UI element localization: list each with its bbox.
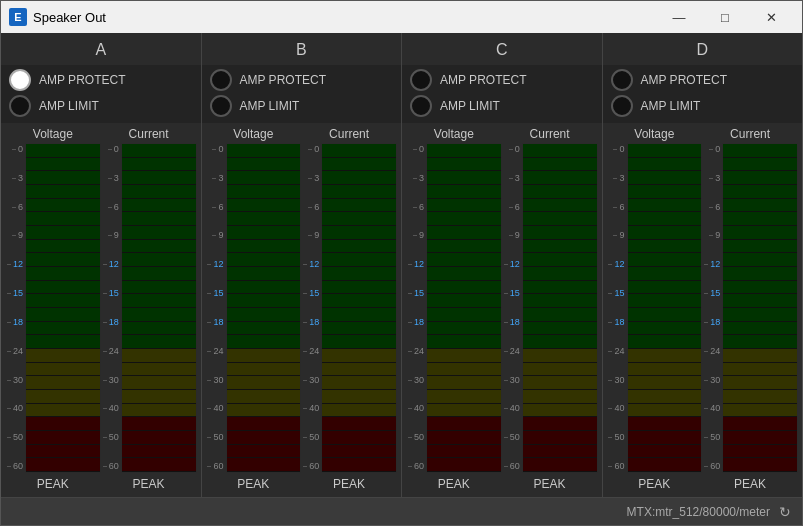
channel-B-current-scale: 03691215182430405060 xyxy=(301,143,321,473)
channel-B: BAMP PROTECTAMP LIMITVoltage036912151824… xyxy=(202,33,403,497)
channel-D-voltage-bar-wrapper: 03691215182430405060 xyxy=(607,143,703,473)
channel-A-indicators: AMP PROTECTAMP LIMIT xyxy=(1,65,201,123)
channel-D-meters: Voltage03691215182430405060PEAKCurrent03… xyxy=(603,123,803,497)
scale-tick: 6 xyxy=(212,203,223,212)
scale-tick: 12 xyxy=(504,260,520,269)
scale-tick: 3 xyxy=(108,174,119,183)
scale-tick: 0 xyxy=(509,145,520,154)
scale-tick: 60 xyxy=(608,462,624,471)
scale-tick: 24 xyxy=(408,347,424,356)
scale-tick: 9 xyxy=(308,231,319,240)
channel-B-protect-led xyxy=(210,69,232,91)
scale-tick: 9 xyxy=(413,231,424,240)
channel-D-label: D xyxy=(603,33,803,65)
channel-C-limit-label: AMP LIMIT xyxy=(440,99,500,113)
channel-A-limit-row: AMP LIMIT xyxy=(9,95,193,117)
scale-tick: 12 xyxy=(103,260,119,269)
channel-B-voltage-bar-wrapper: 03691215182430405060 xyxy=(206,143,302,473)
channel-D-limit-label: AMP LIMIT xyxy=(641,99,701,113)
channel-B-current-bar xyxy=(321,143,397,473)
scale-tick: 30 xyxy=(608,376,624,385)
refresh-icon[interactable]: ↻ xyxy=(776,503,794,521)
scale-tick: 15 xyxy=(504,289,520,298)
channel-D-protect-row: AMP PROTECT xyxy=(611,69,795,91)
channel-B-voltage-peak: PEAK xyxy=(237,475,269,493)
scale-tick: 3 xyxy=(413,174,424,183)
channel-A-current-peak: PEAK xyxy=(133,475,165,493)
scale-tick: 50 xyxy=(103,433,119,442)
scale-tick: 18 xyxy=(7,318,23,327)
scale-tick: 60 xyxy=(504,462,520,471)
scale-tick: 24 xyxy=(103,347,119,356)
title-bar: E Speaker Out — □ ✕ xyxy=(1,1,802,33)
maximize-button[interactable]: □ xyxy=(702,1,748,33)
channel-D-protect-led xyxy=(611,69,633,91)
scale-tick: 40 xyxy=(504,404,520,413)
channel-A-current-bar xyxy=(121,143,197,473)
channel-C-current-peak: PEAK xyxy=(534,475,566,493)
channel-D-current-bar xyxy=(722,143,798,473)
channel-A-protect-led xyxy=(9,69,31,91)
channel-B-limit-label: AMP LIMIT xyxy=(240,99,300,113)
channel-C-current-label: Current xyxy=(530,127,570,141)
channel-B-voltage-bar xyxy=(226,143,302,473)
channel-C-voltage-peak: PEAK xyxy=(438,475,470,493)
scale-tick: 60 xyxy=(303,462,319,471)
scale-tick: 6 xyxy=(613,203,624,212)
scale-tick: 30 xyxy=(408,376,424,385)
channel-D-voltage-label: Voltage xyxy=(634,127,674,141)
scale-tick: 15 xyxy=(303,289,319,298)
main-window: E Speaker Out — □ ✕ AAMP PROTECTAMP LIMI… xyxy=(0,0,803,526)
scale-tick: 30 xyxy=(303,376,319,385)
scale-tick: 30 xyxy=(504,376,520,385)
scale-tick: 50 xyxy=(504,433,520,442)
scale-tick: 18 xyxy=(207,318,223,327)
scale-tick: 50 xyxy=(7,433,23,442)
scale-tick: 3 xyxy=(308,174,319,183)
scale-tick: 6 xyxy=(709,203,720,212)
scale-tick: 0 xyxy=(108,145,119,154)
scale-tick: 12 xyxy=(704,260,720,269)
channel-A-limit-led xyxy=(9,95,31,117)
scale-tick: 3 xyxy=(12,174,23,183)
channel-C-protect-label: AMP PROTECT xyxy=(440,73,526,87)
channel-B-limit-led xyxy=(210,95,232,117)
channel-A-current-label: Current xyxy=(129,127,169,141)
app-icon: E xyxy=(9,8,27,26)
scale-tick: 18 xyxy=(504,318,520,327)
scale-tick: 12 xyxy=(408,260,424,269)
scale-tick: 9 xyxy=(108,231,119,240)
scale-tick: 50 xyxy=(608,433,624,442)
scale-tick: 0 xyxy=(308,145,319,154)
channel-C-protect-led xyxy=(410,69,432,91)
main-content: AAMP PROTECTAMP LIMITVoltage036912151824… xyxy=(1,33,802,497)
scale-tick: 18 xyxy=(408,318,424,327)
scale-tick: 50 xyxy=(704,433,720,442)
scale-tick: 24 xyxy=(504,347,520,356)
scale-tick: 15 xyxy=(207,289,223,298)
channel-B-current-meter: Current03691215182430405060PEAK xyxy=(301,127,397,493)
channel-B-voltage-scale: 03691215182430405060 xyxy=(206,143,226,473)
scale-tick: 6 xyxy=(308,203,319,212)
channel-A-protect-row: AMP PROTECT xyxy=(9,69,193,91)
channel-A-label: A xyxy=(1,33,201,65)
scale-tick: 60 xyxy=(103,462,119,471)
scale-tick: 6 xyxy=(108,203,119,212)
scale-tick: 30 xyxy=(7,376,23,385)
scale-tick: 12 xyxy=(7,260,23,269)
channel-D-limit-led xyxy=(611,95,633,117)
channel-C-limit-led xyxy=(410,95,432,117)
scale-tick: 3 xyxy=(509,174,520,183)
scale-tick: 9 xyxy=(212,231,223,240)
channel-C-voltage-scale: 03691215182430405060 xyxy=(406,143,426,473)
scale-tick: 30 xyxy=(103,376,119,385)
channel-D-voltage-scale: 03691215182430405060 xyxy=(607,143,627,473)
scale-tick: 30 xyxy=(207,376,223,385)
channel-A-meters: Voltage03691215182430405060PEAKCurrent03… xyxy=(1,123,201,497)
close-button[interactable]: ✕ xyxy=(748,1,794,33)
channel-B-current-label: Current xyxy=(329,127,369,141)
channel-D-current-scale: 03691215182430405060 xyxy=(702,143,722,473)
channel-B-current-bar-wrapper: 03691215182430405060 xyxy=(301,143,397,473)
scale-tick: 50 xyxy=(408,433,424,442)
minimize-button[interactable]: — xyxy=(656,1,702,33)
